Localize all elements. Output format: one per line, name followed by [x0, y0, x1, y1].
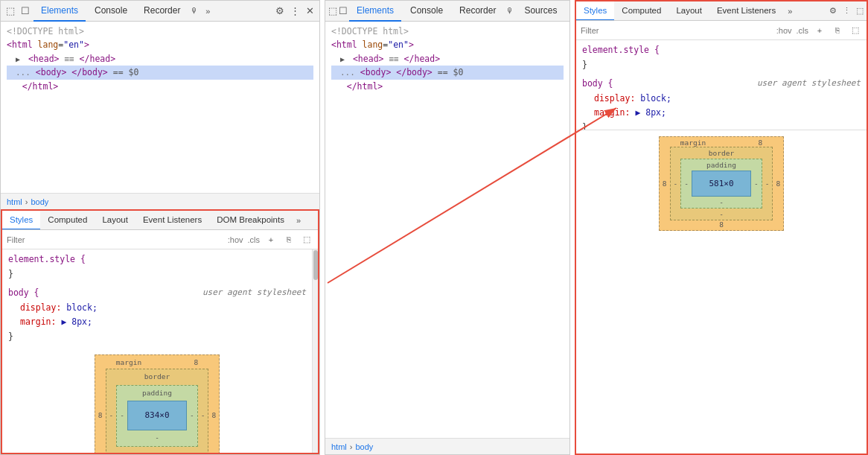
scrollbar-thumb-left[interactable]	[313, 250, 318, 280]
right-panel: Styles Computed Layout Event Listeners »…	[575, 0, 868, 455]
margin-bottom-right: 8	[660, 220, 783, 230]
border-right-val-left: -	[198, 385, 208, 447]
subtabs-more-right[interactable]: »	[783, 7, 797, 16]
subtab-styles-left[interactable]: Styles	[2, 211, 40, 230]
subtab-styles-right[interactable]: Styles	[576, 1, 614, 21]
filter-copy-left[interactable]: ⎘	[282, 233, 296, 246]
padding-left-val-left: -	[117, 401, 127, 431]
mobile-icon[interactable]: ☐	[19, 4, 32, 18]
more-options-left[interactable]: ⋮	[288, 4, 301, 18]
margin-label-left-box: margin	[116, 357, 141, 369]
content-box-right: 581×0	[692, 171, 751, 197]
dom-html-left[interactable]: <html lang="en">	[7, 38, 313, 51]
border-box-right: border - padding - 581×0 - -	[670, 147, 773, 220]
subtab-computed-right[interactable]: Computed	[614, 1, 668, 21]
border-right-val-right: -	[762, 159, 773, 209]
margin-box-right: margin 8 8 border - padding -	[659, 136, 784, 231]
padding-label-right: padding	[681, 159, 761, 171]
filter-bar-right: :hov .cls + ⎘ ⬚	[576, 21, 867, 40]
tab-recorder-left[interactable]: Recorder	[136, 1, 188, 22]
rule-element-style-left: element.style { }	[8, 252, 306, 281]
close-icon-left[interactable]: ✕	[303, 4, 316, 18]
padding-box-left: padding - 834×0 - -	[116, 385, 197, 447]
filter-input-left[interactable]	[7, 235, 223, 244]
filter-toggle-left[interactable]: ⬚	[300, 233, 313, 246]
tab-elements-middle[interactable]: Elements	[349, 1, 401, 22]
rule-element-style-right: element.style { }	[582, 43, 861, 72]
margin-top-left: 8	[194, 357, 198, 369]
padding-bottom-left: -	[117, 430, 197, 445]
box-model-area-right: margin 8 8 border - padding -	[576, 130, 867, 454]
border-label-right: border	[671, 147, 773, 159]
margin-top-right: 8	[758, 139, 762, 147]
left-subtabs: Styles Computed Layout Event Listeners D…	[2, 211, 318, 230]
breadcrumb-middle: html › body	[325, 438, 569, 454]
subtab-layout-right[interactable]: Layout	[668, 1, 709, 21]
breadcrumb-body-middle[interactable]: body	[355, 442, 373, 451]
dom-doctype-middle: <!DOCTYPE html>	[331, 25, 564, 38]
subtab-event-left[interactable]: Event Listeners	[135, 211, 209, 230]
more-tabs-left[interactable]: »	[201, 4, 214, 18]
middle-toolbar: ⬚ ☐ Elements Console Recorder 🎙 Sources …	[325, 1, 569, 22]
dom-head-middle[interactable]: ▶ <head> ≡≡ </head>	[331, 52, 564, 66]
dom-html-close-middle: </html>	[331, 80, 564, 93]
scrollbar-left[interactable]	[312, 249, 318, 453]
rule-body-left: body { user agent stylesheet display: bl…	[8, 286, 306, 344]
filter-hint-hov-left[interactable]: :hov	[228, 235, 243, 244]
filter-input-right[interactable]	[581, 26, 772, 35]
close-right[interactable]: ⬚	[853, 4, 867, 18]
breadcrumb-html-left[interactable]: html	[7, 197, 22, 206]
tab-console-left[interactable]: Console	[87, 1, 135, 22]
padding-right-val-left: -	[187, 401, 197, 431]
breadcrumb-body-left[interactable]: body	[31, 197, 48, 206]
border-label-left: border	[106, 369, 208, 384]
subtab-dom-breakpoints-left[interactable]: DOM Breakpoints	[209, 211, 292, 230]
tab-console-middle[interactable]: Console	[403, 1, 450, 22]
filter-copy-right[interactable]: ⎘	[831, 24, 844, 37]
styles-content-right: element.style { } body { user agent styl…	[576, 40, 867, 130]
cursor-icon-middle[interactable]: ⬚	[328, 4, 337, 18]
subtab-layout-left[interactable]: Layout	[95, 211, 135, 230]
dots-right[interactable]: ⋮	[840, 4, 853, 18]
tab-sources-middle[interactable]: Sources	[517, 1, 564, 22]
main-container: ⬚ ☐ Elements Console Recorder 🎙 » ⚙ ⋮ ✕ …	[0, 0, 868, 455]
settings-icon-left[interactable]: ⚙	[273, 4, 287, 18]
border-bottom-left: -	[106, 447, 208, 453]
tab-recorder-middle[interactable]: Recorder	[452, 1, 503, 22]
filter-hint-cls-right[interactable]: .cls	[797, 26, 809, 35]
dom-doctype-left: <!DOCTYPE html>	[7, 25, 313, 38]
filter-hint-cls-left[interactable]: .cls	[248, 235, 261, 244]
styles-content-left: element.style { } body { user agent styl…	[2, 249, 312, 453]
dom-head-left[interactable]: ▶ <head> ≡≡ </head>	[7, 52, 313, 66]
dom-body-left[interactable]: ... <body> </body> == $0	[7, 66, 313, 80]
tab-elements-left[interactable]: Elements	[33, 1, 86, 22]
filter-plus-left[interactable]: +	[264, 233, 278, 246]
breadcrumb-html-middle[interactable]: html	[331, 442, 347, 451]
filter-hint-hov-right[interactable]: :hov	[776, 26, 792, 35]
subtab-event-right[interactable]: Event Listeners	[709, 1, 783, 21]
mobile-icon-middle[interactable]: ☐	[339, 4, 348, 18]
margin-right-val-right: 8	[773, 147, 783, 220]
dom-tree-left: <!DOCTYPE html> <html lang="en"> ▶ <head…	[1, 22, 319, 193]
left-toolbar: ⬚ ☐ Elements Console Recorder 🎙 » ⚙ ⋮ ✕	[1, 1, 319, 22]
subtab-computed-left[interactable]: Computed	[40, 211, 95, 230]
dom-html-middle[interactable]: <html lang="en">	[331, 38, 564, 51]
subtabs-more-left[interactable]: »	[292, 216, 305, 225]
tab-network-middle[interactable]: Network	[566, 1, 570, 22]
settings-right[interactable]: ⚙	[826, 4, 840, 18]
filter-plus-right[interactable]: +	[813, 24, 826, 37]
middle-panel: ⬚ ☐ Elements Console Recorder 🎙 Sources …	[325, 0, 570, 455]
cursor-icon[interactable]: ⬚	[4, 4, 17, 18]
padding-bottom-right: -	[681, 197, 761, 208]
border-box-left: border - padding -	[106, 369, 209, 453]
left-panel: ⬚ ☐ Elements Console Recorder 🎙 » ⚙ ⋮ ✕ …	[0, 0, 320, 455]
left-styles-panel: Styles Computed Layout Event Listeners D…	[1, 209, 319, 454]
filter-bar-left: :hov .cls + ⎘ ⬚	[2, 230, 318, 249]
filter-toggle-right[interactable]: ⬚	[849, 24, 862, 37]
margin-left-val-left: 8	[95, 369, 106, 453]
margin-label-right-box: margin	[680, 139, 706, 147]
right-subtabs: Styles Computed Layout Event Listeners »…	[576, 1, 867, 21]
margin-right-val-left: 8	[208, 369, 219, 453]
margin-left-val-right: 8	[660, 147, 670, 220]
dom-body-middle[interactable]: ... <body> </body> == $0	[331, 66, 564, 80]
